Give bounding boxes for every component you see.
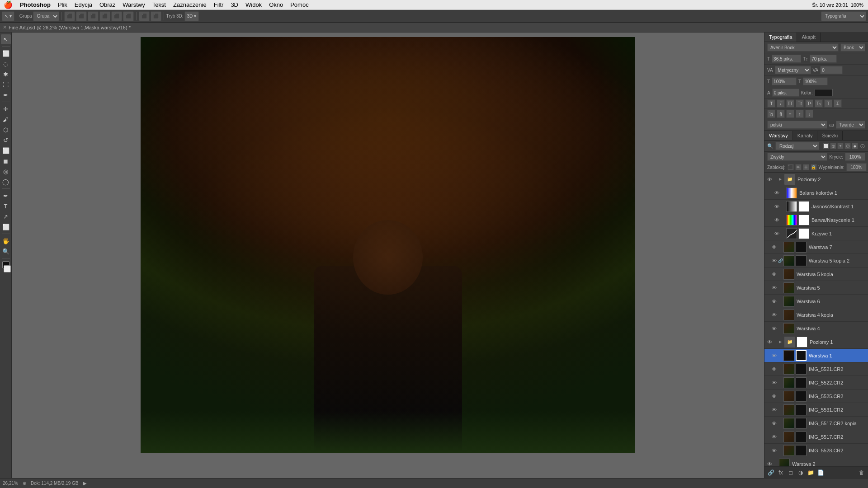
eye-icon[interactable]: 👁 [771,407,777,413]
font-size-input[interactable] [772,55,801,63]
font-family-select[interactable]: Avenir Book [767,43,839,52]
align-center-btn[interactable]: ⬛ [76,11,87,21]
menu-zaznaczenie[interactable]: Zaznaczenie [170,0,210,9]
add-mask-btn[interactable]: ◻ [786,469,795,477]
eye-icon[interactable]: 👁 [771,326,777,331]
shape-tool[interactable]: ⬜ [1,222,11,232]
tab-typografia[interactable]: Typografia [764,33,797,42]
tab-akapit[interactable]: Akapit [797,33,821,42]
scale-v-input[interactable] [803,77,828,85]
align-right-btn[interactable]: ⬛ [88,11,99,21]
scale-h-input[interactable] [772,77,797,85]
eye-icon[interactable]: 👁 [771,244,777,250]
move-tool-btn[interactable]: ↖ ▾ [2,11,14,21]
layer-item[interactable]: 👁 Warstwa 4 kopia [764,308,868,322]
add-adjustment-btn[interactable]: ◑ [796,469,805,477]
lasso-tool[interactable]: ◌ [1,59,11,69]
font-style-select[interactable]: Book [840,43,865,52]
filter-smart-icon[interactable]: ◆ [852,143,858,149]
lang-select[interactable]: polski [767,121,827,129]
underline-btn[interactable]: T [824,99,832,108]
menu-obraz[interactable]: Obraz [96,0,119,9]
layer-item[interactable]: 👁 🔗 Warstwa 5 kopia 2 [764,254,868,267]
menu-3d[interactable]: 3D [227,0,242,9]
smallcaps-btn[interactable]: Tt [796,99,804,108]
indent-btn[interactable]: ≡ [786,110,794,118]
eye-icon[interactable]: 👁 [766,339,773,345]
eye-icon[interactable]: 👁 [771,448,777,453]
lock-move[interactable]: ✛ [803,164,809,170]
align-top-btn[interactable]: ⬛ [99,11,110,21]
eye-icon[interactable]: 👁 [774,231,780,236]
frac-btn[interactable]: ½ [767,110,775,118]
layer-item-active[interactable]: 👁 Warstwa 1 [764,349,868,362]
apple-menu[interactable]: 🍎 [4,0,13,9]
quick-select-tool[interactable]: ✱ [1,69,11,79]
add-style-btn[interactable]: fx [776,469,785,477]
canvas-area[interactable] [12,33,764,478]
eye-icon[interactable]: 👁 [774,204,780,209]
eye-icon[interactable]: 👁 [771,285,777,291]
eye-icon[interactable]: 👁 [771,272,777,277]
filter-shape-icon[interactable]: ⬡ [844,143,851,149]
menu-plik[interactable]: Plik [54,0,71,9]
eye-icon[interactable]: 👁 [774,190,780,196]
text-tool[interactable]: T [1,201,11,211]
eye-icon[interactable]: 👁 [771,394,777,399]
sub2-btn[interactable]: ↓ [805,110,813,118]
lock-checkerboard[interactable]: ⬛ [788,164,794,170]
filter-pixel-icon[interactable]: ⬜ [823,143,829,149]
blur-tool[interactable]: ◎ [1,166,11,176]
color-swatch[interactable] [815,89,833,96]
dodge-tool[interactable]: ◯ [1,177,11,187]
aa-select[interactable]: Twarde [836,121,865,129]
play-btn[interactable]: ▶ [83,481,87,486]
eye-icon[interactable]: 👁 [771,434,777,440]
layer-item[interactable]: 👁 IMG_5531.CR2 [764,403,868,417]
eye-icon[interactable]: 👁 [774,217,780,223]
baseline-input[interactable] [772,89,799,97]
kerning-select[interactable]: Metryczny [775,66,811,74]
layer-item[interactable]: 👁 Warstwa 2 [764,457,868,466]
layer-item[interactable]: 👁 Krzywe 1 [764,227,868,240]
layer-item[interactable]: 👁 Warstwa 5 kopia [764,267,868,281]
layer-item[interactable]: 👁 IMG_5521.CR2 [764,362,868,376]
new-layer-btn[interactable]: 📄 [816,469,825,477]
blend-mode-select[interactable]: Zwykły [767,153,827,161]
layer-item[interactable]: 👁 Warstwa 6 [764,295,868,308]
eye-icon[interactable]: 👁 [771,312,777,318]
layer-filter-select[interactable]: Rodzaj [775,142,819,150]
workspace-select[interactable]: Typografia [821,11,866,21]
kern-input[interactable] [820,66,843,74]
move-tool[interactable]: ↖ [1,34,11,44]
align-left-btn[interactable]: ⬛ [64,11,75,21]
history-tool[interactable]: ↺ [1,135,11,145]
link-layers-btn[interactable]: 🔗 [766,469,775,477]
layer-item[interactable]: 👁 IMG_5525.CR2 [764,389,868,403]
sub-btn[interactable]: T₁ [815,99,823,108]
mode-3d-btn[interactable]: 3D ▾ [184,11,199,21]
zoom-tool[interactable]: 🔍 [1,246,11,256]
gradient-tool[interactable]: ◼ [1,156,11,166]
super2-btn[interactable]: ↑ [796,110,804,118]
expand-icon[interactable]: ▶ [779,177,783,181]
menu-tekst[interactable]: Tekst [149,0,170,9]
layer-item[interactable]: 👁 ▶ 📁 Poziomy 1 [764,335,868,349]
opacity-input[interactable] [845,153,865,161]
group-select[interactable]: Grupa [33,11,59,21]
menu-photoshop[interactable]: Photoshop [16,0,54,9]
menu-warstwy[interactable]: Warstwy [119,0,148,9]
menu-filtr[interactable]: Filtr [210,0,227,9]
menu-pomoc[interactable]: Pomoc [287,0,312,9]
expand-icon[interactable]: ▶ [779,340,783,344]
layer-item[interactable]: 👁 Warstwa 4 [764,322,868,335]
strike-btn[interactable]: T [834,99,842,108]
layer-item[interactable]: 👁 IMG_5517.CR2 [764,430,868,444]
old-fig-btn[interactable]: fi [777,110,785,118]
eye-icon[interactable]: 👁 [771,366,777,372]
layer-item[interactable]: 👁 Balans kolorów 1 [764,186,868,200]
delete-layer-btn[interactable]: 🗑 [857,469,866,477]
zoom-fit-icon[interactable]: ⊕ [23,481,26,486]
stamp-tool[interactable]: ⬡ [1,125,11,135]
tab-kanaly[interactable]: Kanały [793,131,818,140]
